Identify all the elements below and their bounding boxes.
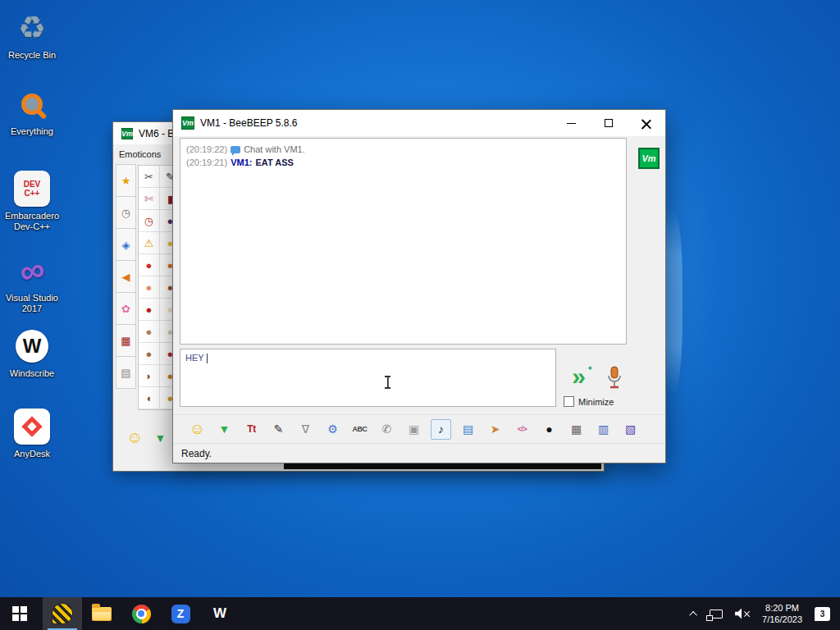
send-folder-button[interactable]: ➤: [485, 419, 505, 440]
clock-date: 7/16/2023: [762, 614, 802, 625]
flower-icon: ✿: [121, 303, 130, 315]
chat-history[interactable]: (20:19:22)Chat with VM1. (20:19:21)VM1:E…: [180, 138, 627, 345]
message-timestamp: (20:19:21): [186, 158, 227, 167]
taskbar-item-file-explorer[interactable]: [82, 597, 121, 630]
taskbar-item-z-app[interactable]: Z: [161, 597, 200, 630]
emoticon-cell[interactable]: ●: [139, 321, 160, 343]
desktop-icon-recycle-bin[interactable]: ♻ Recycle Bin: [0, 8, 66, 61]
emoticon-cell[interactable]: ●: [139, 254, 160, 276]
close-button[interactable]: [628, 110, 665, 136]
desktop-icon-label: Windscribe: [0, 368, 66, 379]
emoticon-category-button[interactable]: ▦: [116, 324, 136, 357]
desktop-icon-label: Everything: [0, 126, 66, 137]
settings-button[interactable]: ⚙: [322, 419, 343, 440]
tray-expand-icon[interactable]: [689, 610, 697, 619]
emoticon-cell[interactable]: ●: [139, 276, 160, 299]
message-input[interactable]: HEY: [180, 349, 556, 407]
emoticon-category-button[interactable]: ★: [116, 164, 136, 197]
windscribe-icon: W: [16, 330, 48, 363]
desktop-icon-devcpp[interactable]: DEVC++ Embarcadero Dev-C++: [0, 169, 66, 232]
send-icon: »: [572, 363, 583, 390]
taskbar-clock[interactable]: 8:20 PM 7/16/2023: [762, 602, 802, 625]
emoticon-cell[interactable]: ◖: [139, 387, 160, 409]
emoticon-category-button[interactable]: ▤: [116, 356, 136, 389]
desktop-icon-windscribe[interactable]: W Windscribe: [0, 326, 66, 379]
video-button[interactable]: ▦: [566, 419, 587, 440]
desktop-icon-everything[interactable]: Everything: [0, 84, 66, 137]
gem-icon: ◈: [122, 239, 130, 251]
taskbar-item-chrome[interactable]: [121, 597, 161, 630]
emoticon-cell[interactable]: ●: [139, 343, 160, 365]
call-button[interactable]: ✆: [377, 419, 397, 440]
maximize-button[interactable]: [590, 110, 628, 136]
windscribe-taskbar-icon: W: [213, 605, 226, 622]
emoticon-button[interactable]: ☺: [187, 419, 208, 440]
font-color-button[interactable]: ✎: [268, 419, 289, 440]
smiley-icon[interactable]: ☺: [126, 428, 143, 447]
desktop-icon-visual-studio[interactable]: ∞ Visual Studio 2017: [0, 251, 66, 314]
checkbox[interactable]: [564, 396, 574, 407]
emoticon-cell[interactable]: ✂: [139, 166, 160, 188]
desktop-icon-label: Visual Studio 2017: [0, 293, 66, 314]
network-icon[interactable]: [710, 609, 723, 619]
emoticon-cell[interactable]: ✄: [139, 188, 160, 210]
horn-icon: ◀: [122, 271, 130, 283]
chat-toolbar: ☺ ▼ Tt ✎ ∇ ⚙ ABC ✆ ▣ ♪ ▤ ➤ </> ● ▦ ▥ ▧: [173, 414, 665, 443]
filter-button[interactable]: ∇: [295, 419, 316, 440]
minimize-icon: [567, 123, 576, 124]
emoticon-category-button[interactable]: ◈: [116, 228, 136, 261]
chrome-icon: [132, 605, 151, 623]
minimize-on-send-option[interactable]: Minimize: [564, 396, 614, 407]
send-message-button[interactable]: » ✦: [562, 366, 593, 392]
devcpp-icon: DEVC++: [14, 171, 50, 207]
maximize-icon: [605, 119, 613, 127]
save-chat-button[interactable]: ▼: [214, 419, 235, 440]
window-vm1-beebeep-chat: Vm VM1 - BeeBEEP 5.8.6 (20:19:22)Chat wi…: [172, 109, 666, 463]
chat-bubble-icon: [231, 146, 240, 153]
emoticon-cell[interactable]: ◷: [139, 210, 160, 232]
address-book-button[interactable]: ▧: [620, 419, 641, 440]
spellcheck-button[interactable]: ABC: [349, 419, 370, 440]
notes-button[interactable]: ▥: [593, 419, 614, 440]
star-icon: ★: [121, 175, 131, 187]
message-text: Chat with VM1.: [244, 144, 305, 154]
beebeep-taskbar-icon: [52, 604, 72, 623]
beebeep-app-icon: Vm: [181, 116, 194, 130]
anydesk-icon: [14, 409, 50, 445]
message-sender: VM1:: [231, 158, 252, 167]
taskbar: Z W 8:20 PM 7/16/2023 3: [0, 597, 840, 630]
recycle-bin-icon: ♻: [18, 12, 46, 43]
record-button[interactable]: ●: [539, 419, 559, 440]
windows-logo-icon: [12, 606, 27, 621]
emoticons-panel-label: Emoticons: [119, 149, 161, 159]
close-icon: [641, 118, 651, 128]
emoticon-cell[interactable]: ◗: [139, 365, 160, 387]
screen-share-button[interactable]: ▣: [404, 419, 424, 440]
start-button[interactable]: [0, 597, 39, 630]
checkbox-label: Minimize: [578, 397, 614, 407]
notification-center-button[interactable]: 3: [815, 607, 830, 621]
chat-window-titlebar[interactable]: Vm VM1 - BeeBEEP 5.8.6: [173, 110, 665, 136]
code-button[interactable]: </>: [512, 419, 532, 440]
system-tray: 8:20 PM 7/16/2023 3: [692, 597, 840, 630]
sparkle-icon: ✦: [587, 364, 593, 372]
emoticon-category-button[interactable]: ✿: [116, 292, 136, 325]
emoticon-category-button[interactable]: ◷: [116, 196, 136, 229]
clock-time: 8:20 PM: [762, 602, 802, 614]
emoticon-category-button[interactable]: ◀: [116, 260, 136, 293]
emoticon-cell[interactable]: ●: [139, 299, 160, 321]
taskbar-item-windscribe[interactable]: W: [200, 597, 240, 630]
sound-button[interactable]: ♪: [431, 419, 451, 440]
voice-message-button[interactable]: [605, 366, 623, 392]
notification-badge: 3: [820, 609, 825, 619]
minimize-button[interactable]: [552, 110, 590, 136]
emoticon-category-rail: ★ ◷ ◈ ◀ ✿ ▦ ▤: [116, 165, 136, 389]
green-arrow-icon[interactable]: ▼: [154, 431, 166, 445]
font-button[interactable]: Tt: [241, 419, 262, 440]
desktop-icon-anydesk[interactable]: AnyDesk: [0, 407, 66, 459]
clock-icon: ◷: [121, 207, 130, 219]
taskbar-item-beebeep[interactable]: [43, 597, 82, 630]
emoticon-cell[interactable]: ⚠: [139, 232, 160, 254]
volume-muted-icon[interactable]: [735, 609, 750, 619]
send-file-button[interactable]: ▤: [458, 419, 478, 440]
